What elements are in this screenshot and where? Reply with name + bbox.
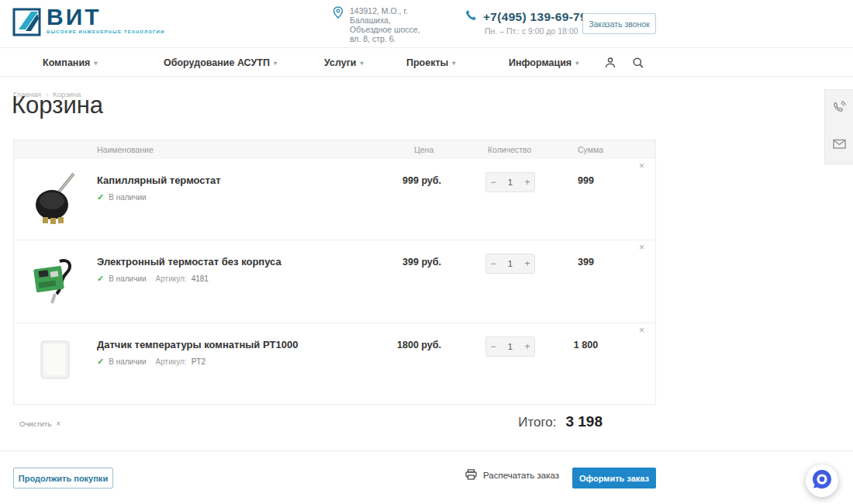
cart-table-header: Наименование Цена Количество Сумма — [14, 140, 655, 159]
availability-text: В наличии — [109, 357, 146, 366]
callback-phone-icon[interactable] — [832, 100, 847, 115]
header-phone-block: +7(495) 139-69-79 Пн. – Пт.: с 9:00 до 1… — [465, 9, 587, 36]
logo-text: ВИТ — [47, 5, 164, 29]
checkout-button[interactable]: Оформить заказ — [572, 468, 656, 488]
quantity-stepper: − + — [485, 254, 535, 274]
quantity-stepper: − + — [485, 172, 535, 192]
availability-text: В наличии — [109, 193, 146, 202]
search-icon[interactable] — [630, 54, 647, 71]
cart-total: Итого: 3 198 — [465, 413, 603, 430]
header: ВИТ ВЫСОКИЕ ИНЖЕНЕРНЫЕ ТЕХНОЛОГИИ 143912… — [0, 0, 853, 48]
qty-minus-button[interactable]: − — [486, 177, 500, 188]
product-title[interactable]: Электронный термостат без корпуса — [97, 256, 281, 268]
remove-item-icon[interactable]: × — [639, 161, 644, 171]
product-sum: 1 800 — [557, 340, 615, 350]
print-order-label: Распечатать заказ — [483, 471, 559, 480]
header-address-block: 143912, М.О., г. Балашиха, Объездное шос… — [333, 6, 429, 43]
qty-input[interactable] — [500, 342, 520, 351]
chevron-down-icon: ▾ — [94, 60, 97, 67]
availability-line: ✓ В наличии Артикул: 4181 — [97, 274, 209, 284]
phone-icon — [465, 9, 477, 24]
email-envelope-icon[interactable] — [832, 136, 847, 151]
cart-row-capillary-thermostat: × Капиллярный термостат ✓ В наличии 999 … — [14, 159, 655, 240]
availability-line: ✓ В наличии — [97, 192, 147, 202]
logo-mark-icon — [12, 5, 42, 40]
footer-divider — [0, 450, 853, 451]
column-header-qty: Количество — [488, 145, 531, 154]
cart-row-electronic-thermostat: × Электронный термостат без корпуса ✓ В … — [14, 240, 655, 323]
cart-page: ВИТ ВЫСОКИЕ ИНЖЕНЕРНЫЕ ТЕХНОЛОГИИ 143912… — [0, 0, 853, 504]
product-price: 1800 руб. — [364, 340, 441, 350]
artikul-label: Артикул: — [156, 274, 187, 283]
artikul-value: PT2 — [192, 357, 205, 366]
chat-widget-button[interactable] — [806, 464, 838, 497]
continue-shopping-button[interactable]: Продолжить покупки — [13, 468, 113, 488]
product-sum: 399 — [557, 257, 615, 268]
product-image-room-sensor[interactable] — [28, 333, 82, 393]
chat-bubble-icon — [811, 468, 833, 493]
nav-item-projects[interactable]: Проекты▾ — [406, 48, 455, 77]
product-price: 999 руб. — [364, 175, 441, 186]
remove-item-icon[interactable]: × — [639, 243, 644, 252]
artikul-value: 4181 — [192, 274, 209, 283]
qty-input[interactable] — [500, 178, 520, 187]
chevron-down-icon: ▾ — [274, 60, 277, 67]
chevron-down-icon: ▾ — [575, 60, 578, 67]
contact-side-panel — [824, 89, 853, 164]
product-title[interactable]: Датчик температуры комнатный PT1000 — [97, 339, 298, 350]
main-nav: Компания▾ Оборудование АСУТП▾ Услуги▾ Пр… — [0, 48, 853, 77]
product-sum: 999 — [557, 175, 615, 186]
nav-item-services[interactable]: Услуги▾ — [324, 48, 364, 77]
nav-item-company[interactable]: Компания▾ — [43, 48, 97, 77]
print-order-link[interactable]: Распечатать заказ — [465, 469, 559, 482]
phone-number-link[interactable]: +7(495) 139-69-79 — [483, 10, 587, 24]
column-header-name: Наименование — [97, 145, 154, 154]
artikul-label: Артикул: — [156, 357, 187, 366]
page-title: Корзина — [12, 91, 103, 119]
clear-cart-icon: × — [56, 419, 60, 428]
availability-line: ✓ В наличии Артикул: PT2 — [97, 357, 205, 367]
working-hours: Пн. – Пт.: с 9:00 до 18:00 — [485, 26, 587, 36]
cart-row-room-sensor: × Датчик температуры комнатный PT1000 ✓ … — [14, 323, 655, 406]
column-header-price: Цена — [414, 145, 433, 154]
chevron-down-icon: ▾ — [361, 60, 364, 67]
qty-minus-button[interactable]: − — [486, 258, 500, 269]
header-address: 143912, М.О., г. Балашиха, Объездное шос… — [350, 6, 429, 43]
availability-text: В наличии — [109, 274, 146, 283]
qty-plus-button[interactable]: + — [520, 341, 534, 352]
product-image-electronic-thermostat[interactable] — [28, 250, 82, 310]
product-title[interactable]: Капиллярный термостат — [97, 174, 221, 186]
total-label: Итого: — [518, 415, 556, 430]
printer-icon — [465, 469, 477, 482]
total-value: 3 198 — [565, 413, 603, 430]
check-icon: ✓ — [97, 192, 104, 202]
location-pin-icon — [333, 6, 344, 43]
clear-cart-link[interactable]: Очистить × — [19, 419, 60, 428]
company-logo[interactable]: ВИТ ВЫСОКИЕ ИНЖЕНЕРНЫЕ ТЕХНОЛОГИИ — [12, 5, 164, 40]
column-header-sum: Сумма — [578, 145, 603, 154]
check-icon: ✓ — [97, 357, 104, 367]
chevron-down-icon: ▾ — [452, 60, 455, 67]
product-image-capillary-thermostat[interactable] — [28, 168, 82, 229]
nav-item-information[interactable]: Информация▾ — [509, 48, 578, 77]
qty-minus-button[interactable]: − — [486, 341, 500, 352]
qty-plus-button[interactable]: + — [520, 258, 534, 269]
nav-item-equipment[interactable]: Оборудование АСУТП▾ — [164, 48, 277, 77]
quantity-stepper: − + — [485, 337, 535, 357]
qty-plus-button[interactable]: + — [520, 177, 534, 188]
qty-input[interactable] — [500, 259, 520, 268]
clear-cart-label: Очистить — [19, 419, 51, 428]
remove-item-icon[interactable]: × — [639, 326, 644, 335]
check-icon: ✓ — [97, 274, 104, 284]
logo-tagline: ВЫСОКИЕ ИНЖЕНЕРНЫЕ ТЕХНОЛОГИИ — [47, 29, 164, 34]
callback-button[interactable]: Заказать звонок — [582, 13, 656, 34]
product-price: 399 руб. — [364, 257, 441, 268]
user-account-icon[interactable] — [602, 54, 619, 71]
cart-table: Наименование Цена Количество Сумма × Кап… — [13, 140, 656, 405]
